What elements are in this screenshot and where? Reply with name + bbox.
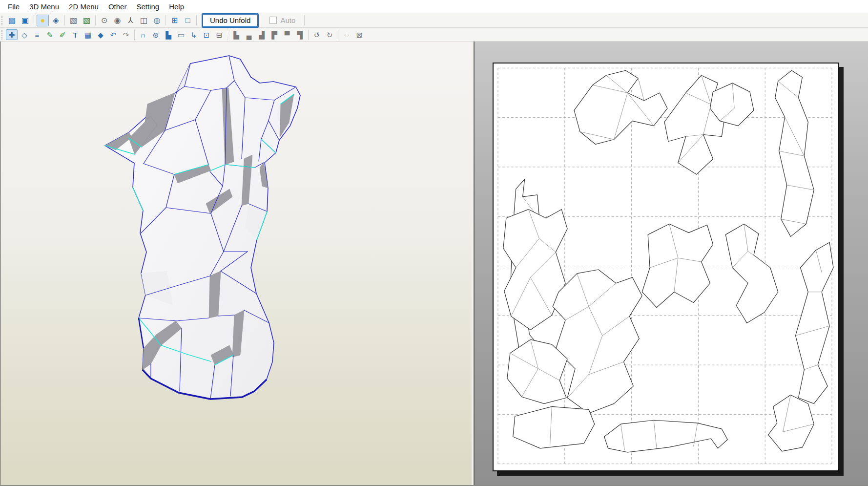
select-parts-icon[interactable]: ⊠ bbox=[353, 29, 365, 40]
menu-3d-menu[interactable]: 3D Menu bbox=[24, 1, 64, 12]
menu-other[interactable]: Other bbox=[103, 1, 132, 12]
pattern-piece bbox=[553, 270, 642, 413]
menu-setting[interactable]: Setting bbox=[131, 1, 164, 12]
mesh-net-icon[interactable]: ⊛ bbox=[150, 29, 162, 40]
toolbar-separator bbox=[304, 15, 305, 25]
flip-model-icon[interactable]: ◫ bbox=[138, 15, 150, 26]
select-area-icon[interactable]: ◌ bbox=[341, 29, 352, 40]
menu-help[interactable]: Help bbox=[164, 1, 189, 12]
toolbar-separator bbox=[338, 30, 338, 40]
undo-icon[interactable]: ↶ bbox=[107, 29, 119, 40]
toolbar-grip[interactable] bbox=[1, 16, 4, 25]
box-3d-icon[interactable]: ◆ bbox=[95, 29, 106, 40]
toolbar-separator bbox=[34, 15, 34, 25]
menubar: File3D Menu2D MenuOtherSettingHelp bbox=[0, 0, 868, 13]
align-middle-icon[interactable]: ▀ bbox=[281, 29, 293, 40]
toolbar-separator bbox=[165, 15, 166, 25]
pattern-piece bbox=[604, 420, 728, 452]
texture-view-icon[interactable]: ◈ bbox=[50, 15, 62, 26]
pattern-piece bbox=[642, 224, 713, 307]
open-icon[interactable]: ▤ bbox=[6, 15, 18, 26]
auto-checkbox-label: Auto bbox=[280, 16, 295, 24]
menu-2d-menu[interactable]: 2D Menu bbox=[64, 1, 103, 12]
toolbar-separator bbox=[196, 15, 197, 25]
check-fold-icon[interactable]: ∩ bbox=[137, 29, 149, 40]
auto-checkbox[interactable] bbox=[269, 17, 277, 24]
pattern-piece bbox=[513, 406, 595, 448]
two-pane-view-icon[interactable]: ⊞ bbox=[168, 15, 181, 26]
toolbar-grip[interactable] bbox=[1, 30, 4, 40]
toolbar-separator bbox=[64, 15, 65, 25]
link-view-icon[interactable]: ◎ bbox=[151, 15, 163, 26]
rotate-right-icon[interactable]: ↻ bbox=[324, 29, 335, 40]
single-pane-view-icon[interactable]: □ bbox=[182, 15, 194, 26]
pan-2d-icon[interactable]: ✚ bbox=[6, 29, 18, 40]
pattern-piece bbox=[795, 242, 833, 403]
toolbar-separator bbox=[95, 15, 96, 25]
edit-toolbar: ✚◇≡✎✐T▦◆↶↷∩⊛▙▭↳⊡⊟▙▄▟▛▀▜↺↻◌⊠ bbox=[0, 28, 868, 42]
menu-file[interactable]: File bbox=[3, 1, 24, 12]
toolbar-separator bbox=[134, 30, 135, 40]
light-toggle-icon[interactable]: ● bbox=[37, 15, 49, 26]
page-number-icon[interactable]: ▭ bbox=[175, 29, 187, 40]
text-tool-icon[interactable]: T bbox=[69, 29, 81, 40]
edit-pen-icon[interactable]: ✐ bbox=[57, 29, 68, 40]
rotate-piece-icon[interactable]: ◇ bbox=[19, 29, 30, 40]
rotate-left-icon[interactable]: ↺ bbox=[311, 29, 323, 40]
model-3d-torso bbox=[1, 42, 472, 485]
print-preview-icon[interactable]: ⊡ bbox=[201, 29, 212, 40]
image-tool-icon[interactable]: ▦ bbox=[82, 29, 94, 40]
print-icon[interactable]: ⊟ bbox=[213, 29, 225, 40]
align-left-icon[interactable]: ▙ bbox=[230, 29, 242, 40]
arrange-parts-icon[interactable]: ≡ bbox=[31, 29, 43, 40]
save-icon[interactable]: ▣ bbox=[19, 15, 31, 26]
pattern-piece bbox=[768, 395, 814, 451]
redo-icon[interactable]: ↷ bbox=[120, 29, 132, 40]
figure-stand-icon[interactable]: ⅄ bbox=[124, 15, 137, 26]
undo-unfold-button[interactable]: Undo Unfold bbox=[203, 14, 258, 27]
pattern-piece bbox=[775, 70, 814, 236]
pattern-pieces bbox=[503, 70, 833, 452]
auto-checkbox-group: Auto bbox=[269, 16, 295, 24]
select-move-part-icon[interactable]: ▧ bbox=[81, 15, 93, 26]
align-center-icon[interactable]: ▄ bbox=[243, 29, 255, 40]
align-bottom-icon[interactable]: ▜ bbox=[294, 29, 306, 40]
main-toolbar: ▤▣●◈▧▧⊙◉⅄◫◎⊞□ Undo Unfold Auto bbox=[0, 13, 868, 28]
toolbar-separator bbox=[308, 30, 309, 40]
draw-pen-icon[interactable]: ✎ bbox=[44, 29, 56, 40]
select-move-3d-icon[interactable]: ▧ bbox=[67, 15, 80, 26]
torso-silhouette bbox=[105, 56, 300, 399]
app-window: File3D Menu2D MenuOtherSettingHelp ▤▣●◈▧… bbox=[0, 0, 868, 486]
pattern-piece bbox=[725, 224, 778, 323]
edit-solid-icon[interactable]: ⊙ bbox=[98, 15, 110, 26]
layout-pages-icon[interactable]: ▙ bbox=[163, 29, 174, 40]
toolbar-separator bbox=[227, 30, 228, 40]
align-right-icon[interactable]: ▟ bbox=[256, 29, 268, 40]
page-export-icon[interactable]: ↳ bbox=[188, 29, 200, 40]
viewport-2d[interactable] bbox=[475, 42, 868, 485]
viewport-3d[interactable] bbox=[0, 42, 472, 485]
pattern-page bbox=[493, 63, 839, 471]
align-top-icon[interactable]: ▛ bbox=[269, 29, 280, 40]
solid-view-icon[interactable]: ◉ bbox=[111, 15, 124, 26]
workspace bbox=[0, 42, 868, 486]
pattern-piece bbox=[574, 70, 667, 144]
